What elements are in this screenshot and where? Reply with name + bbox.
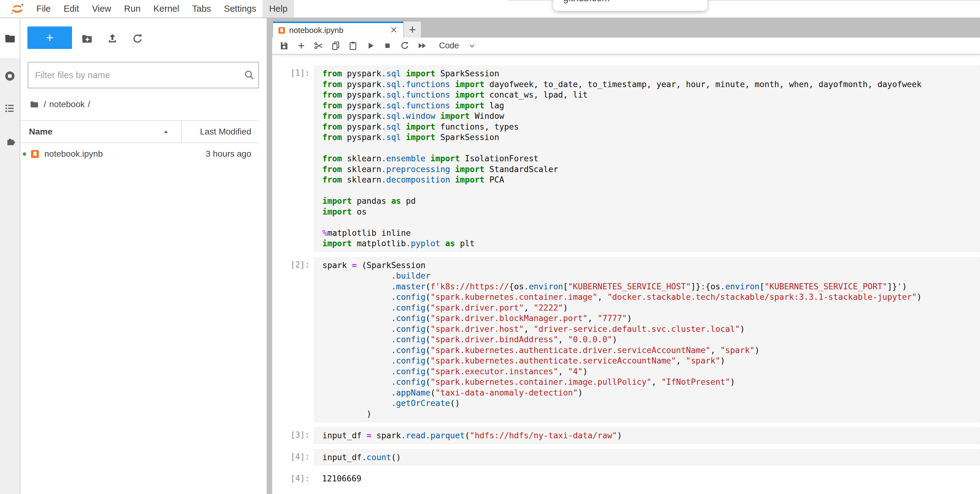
- cut-button[interactable]: [310, 38, 327, 54]
- cut-icon: [314, 41, 323, 51]
- code-line: from sklearn.preprocessing import Standa…: [322, 164, 980, 175]
- menu-item-view[interactable]: View: [86, 0, 118, 17]
- copy-button[interactable]: [327, 38, 344, 54]
- code-line: .appName("taxi-data-anomaly-detection"): [322, 388, 980, 398]
- notebook-file-icon: [278, 27, 285, 35]
- code-line: import os: [322, 206, 980, 217]
- code-line: import matplotlib.pyplot as plt: [322, 238, 980, 249]
- code-line: .master(f'k8s://https://{os.environ["KUB…: [322, 281, 980, 292]
- code-line: .config("spark.kubernetes.authenticate.s…: [322, 356, 980, 366]
- copy-icon: [331, 41, 340, 51]
- code-line: .builder: [322, 270, 980, 281]
- notebook-scroll-area[interactable]: [1]:from pyspark.sql import SparkSession…: [272, 55, 980, 494]
- run-button[interactable]: [361, 38, 379, 54]
- breadcrumb-folder[interactable]: notebook: [49, 99, 85, 109]
- menu-item-edit[interactable]: Edit: [57, 0, 86, 17]
- new-folder-button[interactable]: [81, 33, 93, 44]
- menu-item-kernel[interactable]: Kernel: [147, 0, 186, 17]
- sort-ascending-icon: [163, 129, 169, 135]
- file-modified: 3 hours ago: [206, 149, 259, 159]
- code-cell: [2]:spark = (SparkSession .builder .mast…: [272, 257, 980, 422]
- code-line: from pyspark.sql.functions import dayofw…: [322, 79, 980, 90]
- search-icon: [243, 69, 255, 81]
- column-header-name[interactable]: Name: [20, 121, 182, 143]
- output-cell: [4]:12106669: [272, 471, 980, 487]
- filter-files-input[interactable]: [28, 62, 259, 88]
- tab-bar: notebook.ipynb +: [272, 18, 980, 38]
- file-row-notebook[interactable]: notebook.ipynb 3 hours ago: [20, 143, 259, 165]
- new-folder-icon: [81, 33, 93, 44]
- tab-label: notebook.ipynb: [289, 25, 343, 35]
- code-line: from pyspark.sql.functions import concat…: [322, 90, 980, 100]
- code-line: .config("spark.driver.port", "2222"): [322, 303, 980, 313]
- stop-circle-icon: [4, 70, 16, 82]
- folder-icon: [4, 33, 16, 44]
- jupyterlab-window: FileEditViewRunKernelTabsSettingsHelp gi…: [0, 0, 980, 494]
- sidebar-tab-table-of-contents[interactable]: [0, 98, 20, 119]
- new-launcher-button[interactable]: +: [27, 27, 72, 49]
- upload-button[interactable]: [107, 33, 118, 44]
- menu-item-file[interactable]: File: [30, 0, 57, 17]
- github-popup-text: github.com: [563, 0, 610, 4]
- sidebar-tab-running-sessions[interactable]: [0, 65, 20, 87]
- restart-button[interactable]: [396, 38, 413, 54]
- menu-bar: FileEditViewRunKernelTabsSettingsHelp: [0, 0, 980, 18]
- code-editor[interactable]: input_df.count(): [314, 450, 980, 466]
- cell-type-dropdown[interactable]: Code: [439, 41, 476, 51]
- code-line: .getOrCreate(): [322, 398, 980, 409]
- code-line: .config("spark.kubernetes.container.imag…: [322, 377, 980, 388]
- list-icon: [4, 103, 16, 114]
- output-prompt: [4]:: [272, 471, 314, 487]
- code-line: [322, 217, 980, 228]
- tab-notebook[interactable]: notebook.ipynb: [273, 22, 403, 38]
- sidebar-tab-extensions[interactable]: [0, 130, 20, 152]
- refresh-button[interactable]: [132, 33, 143, 44]
- menu-item-tabs[interactable]: Tabs: [186, 0, 217, 17]
- menu-item-run[interactable]: Run: [118, 0, 147, 17]
- input-prompt: [4]:: [272, 450, 314, 466]
- upload-icon: [107, 33, 118, 44]
- panel-resize-handle[interactable]: [267, 18, 272, 494]
- code-line: spark = (SparkSession: [322, 260, 980, 271]
- menu-item-settings[interactable]: Settings: [217, 0, 262, 17]
- output-area: 12106669: [314, 471, 980, 487]
- notebook-toolbar: Code: [272, 38, 980, 54]
- main-area: notebook.ipynb + Code [1]:from pyspark.s…: [272, 18, 980, 494]
- code-line: from pyspark.sql.functions import lag: [322, 100, 980, 111]
- stop-icon: [383, 41, 392, 51]
- run-icon: [366, 41, 375, 51]
- code-line: from pyspark.sql import SparkSession: [322, 68, 980, 79]
- github-popup: github.com: [553, 0, 707, 11]
- menu-item-help[interactable]: Help: [262, 0, 294, 17]
- file-listing-header: Name Last Modified: [20, 120, 259, 143]
- code-line: .config("spark.kubernetes.container.imag…: [322, 292, 980, 303]
- cell-type-value: Code: [439, 41, 459, 51]
- code-cell: [1]:from pyspark.sql import SparkSession…: [272, 65, 980, 252]
- new-tab-button[interactable]: +: [404, 22, 421, 38]
- code-line: import pandas as pd: [322, 196, 980, 206]
- column-header-last-modified[interactable]: Last Modified: [182, 127, 259, 137]
- folder-icon[interactable]: [29, 100, 40, 109]
- code-line: from sklearn.decomposition import PCA: [322, 175, 980, 185]
- breadcrumb-separator: /: [88, 99, 90, 109]
- code-editor[interactable]: spark = (SparkSession .builder .master(f…: [314, 257, 980, 422]
- paste-button[interactable]: [344, 38, 361, 54]
- save-button[interactable]: [275, 38, 293, 54]
- stop-button[interactable]: [379, 38, 396, 54]
- code-line: .config("spark.executor.instances", "4"): [322, 366, 980, 377]
- notebook-file-icon: [30, 149, 40, 159]
- code-line: .config("spark.driver.host", "driver-ser…: [322, 324, 980, 335]
- code-cell: [3]:input_df = spark.read.parquet("hdfs:…: [272, 427, 980, 444]
- code-line: %matplotlib inline: [322, 228, 980, 238]
- sidebar-tab-file-browser[interactable]: [0, 28, 20, 49]
- code-line: .config("spark.kubernetes.authenticate.d…: [322, 345, 980, 356]
- tab-close-button[interactable]: [389, 26, 398, 35]
- chevron-down-icon: [468, 42, 476, 49]
- breadcrumb-root[interactable]: /: [44, 99, 46, 109]
- code-editor[interactable]: input_df = spark.read.parquet("hdfs://hd…: [314, 427, 980, 444]
- code-editor[interactable]: from pyspark.sql import SparkSessionfrom…: [314, 65, 980, 252]
- code-line: 12106669: [322, 473, 980, 484]
- file-browser-panel: + / notebook / Name Last Modified: [20, 18, 267, 494]
- fast-forward-button[interactable]: [413, 38, 430, 54]
- insert-cell-button[interactable]: [293, 38, 310, 54]
